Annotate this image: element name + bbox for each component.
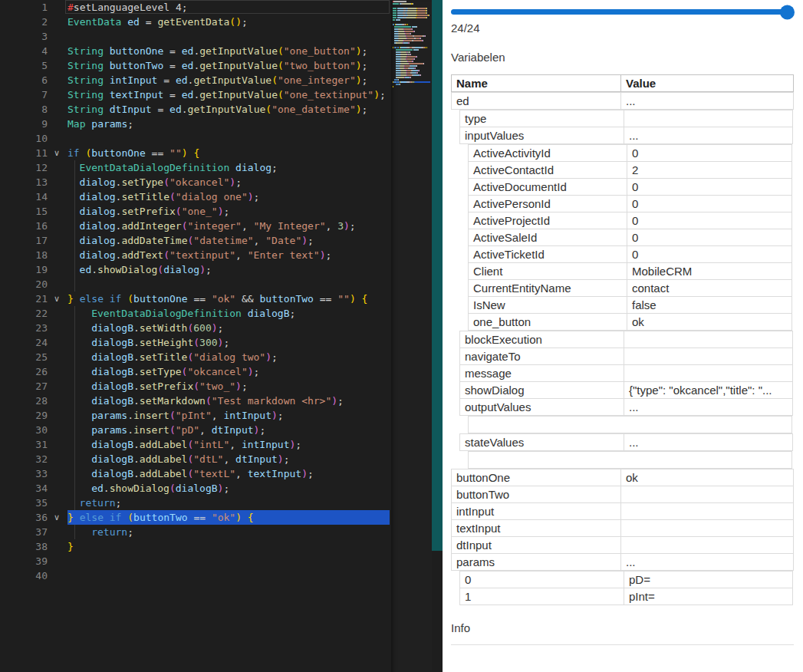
variable-name-cell: buttonOne [452, 469, 620, 486]
variable-value-cell: ... [624, 434, 792, 450]
variable-value-cell: contact [627, 280, 791, 296]
variable-name-cell: ActiveSaleId [469, 229, 627, 245]
code-line[interactable]: 38} [0, 539, 391, 554]
code-line[interactable]: 11∨if (buttonOne == "") { [0, 146, 391, 160]
code-line[interactable]: 2EventData ed = getEventData(); [0, 15, 391, 29]
code-line[interactable]: 9Map params; [0, 117, 391, 131]
code-text: } else if (buttonOne == "ok" && buttonTw… [67, 292, 367, 306]
variable-value-cell [624, 110, 792, 127]
code-text: EventData ed = getEventData(); [67, 15, 248, 29]
variable-row: CurrentEntityNamecontact [468, 279, 792, 297]
code-line[interactable]: 23dialogB.setWidth(600); [0, 321, 391, 335]
code-line[interactable]: 21∨} else if (buttonOne == "ok" && butto… [0, 292, 391, 306]
code-line[interactable]: 27dialogB.setPrefix("two_"); [0, 379, 391, 394]
minimap-line [393, 65, 430, 67]
editor-scrollbar[interactable] [432, 0, 443, 551]
code-line[interactable]: 20 [0, 277, 391, 292]
code-line[interactable]: 8String dtInput = ed.getInputValue("one_… [0, 102, 391, 117]
variable-value-cell: ok [620, 469, 793, 486]
variable-row[interactable]: stateValues... [459, 433, 793, 451]
variable-name-cell: CurrentEntityName [469, 280, 627, 296]
code-text: dialog.setPrefix("one_"); [67, 204, 229, 219]
code-line[interactable]: 35return; [0, 496, 391, 510]
minimap[interactable] [391, 0, 432, 672]
variables-table: Name Value ed...typeinputValues...Active… [451, 74, 794, 605]
line-number: 14 [0, 189, 48, 204]
variable-row[interactable]: ed... [451, 92, 794, 110]
code-line[interactable]: 22EventDataDialogDefinition dialogB; [0, 306, 391, 321]
variable-value-cell: 0 [627, 145, 791, 161]
code-line[interactable]: 19ed.showDialog(dialog); [0, 262, 391, 277]
code-line[interactable]: 15dialog.setPrefix("one_"); [0, 204, 391, 219]
code-line[interactable]: 24dialogB.setHeight(300); [0, 335, 391, 350]
variable-value-cell [624, 348, 792, 364]
variable-row: IsNewfalse [468, 296, 792, 314]
column-header-value: Value [620, 75, 793, 92]
code-line[interactable]: 30params.insert("pD", dtInput); [0, 423, 391, 437]
code-line[interactable]: 12EventDataDialogDefinition dialog; [0, 160, 391, 175]
slider-thumb[interactable] [780, 5, 795, 19]
variable-name-cell: dtInput [452, 537, 620, 553]
code-text: dialogB.setWidth(600); [67, 321, 223, 335]
fold-chevron-icon[interactable]: ∨ [54, 510, 60, 525]
code-line[interactable]: 14dialog.setTitle("dialog one"); [0, 189, 391, 204]
variable-value-cell: 0 [627, 196, 791, 212]
line-number: 32 [0, 452, 48, 466]
variable-value-cell [620, 537, 793, 553]
code-text: Map params; [67, 117, 133, 131]
variable-row: buttonTwo [451, 486, 794, 503]
variable-row[interactable]: outputValues... [459, 398, 793, 416]
code-text: String dtInput = ed.getInputValue("one_d… [67, 102, 367, 117]
code-line[interactable]: 16dialog.addInteger("integer", "My Integ… [0, 219, 391, 233]
fold-chevron-icon[interactable]: ∨ [54, 292, 60, 306]
code-line[interactable]: 4String buttonOne = ed.getInputValue("on… [0, 44, 391, 58]
line-number: 10 [0, 131, 48, 146]
code-line[interactable]: 36∨} else if (buttonTwo == "ok") { [0, 510, 391, 525]
code-line[interactable]: 32dialogB.addLabel("dtL", dtInput); [0, 452, 391, 466]
code-line[interactable]: 33dialogB.addLabel("textL", textInput); [0, 466, 391, 481]
code-line[interactable]: 37return; [0, 525, 391, 539]
line-number: 29 [0, 408, 48, 423]
variable-value-cell: ... [620, 93, 793, 109]
code-line[interactable]: 5String buttonTwo = ed.getInputValue("tw… [0, 58, 391, 73]
variable-row[interactable]: inputValues... [459, 127, 793, 144]
step-slider[interactable] [451, 9, 794, 15]
fold-chevron-icon[interactable]: ∨ [54, 146, 60, 160]
code-line[interactable]: 39 [0, 554, 391, 568]
code-line[interactable]: 13dialog.setType("okcancel"); [0, 175, 391, 189]
minimap-line [393, 8, 430, 9]
minimap-line [393, 35, 430, 37]
variable-name-cell: stateValues [460, 434, 624, 450]
code-line[interactable]: 17dialog.addDateTime("datetime", "Date")… [0, 233, 391, 248]
code-line[interactable]: 3 [0, 29, 391, 44]
variable-name-cell: ActiveContactId [469, 162, 627, 178]
code-line[interactable]: 31dialogB.addLabel("intL", intInput); [0, 437, 391, 452]
minimap-line [393, 63, 430, 64]
minimap-line [393, 91, 430, 92]
variable-row: ClientMobileCRM [468, 262, 792, 280]
code-line[interactable]: 1#setLanguageLevel 4; [0, 0, 391, 15]
code-area[interactable]: 1#setLanguageLevel 4;2EventData ed = get… [0, 0, 391, 672]
variable-value-cell: ... [620, 554, 793, 570]
variable-name-cell: intInput [452, 503, 620, 519]
minimap-line [393, 15, 430, 16]
code-line[interactable]: 40 [0, 568, 391, 583]
code-line[interactable]: 10 [0, 131, 391, 146]
minimap-line [393, 79, 430, 81]
variable-name-cell: message [460, 365, 624, 381]
code-line[interactable]: 26dialogB.setType("okcancel"); [0, 364, 391, 379]
code-line[interactable]: 25dialogB.setTitle("dialog two"); [0, 350, 391, 364]
code-text: } else if (buttonTwo == "ok") { [67, 510, 254, 525]
variable-row[interactable]: params... [451, 553, 794, 571]
variable-name-cell: ActiveTicketId [469, 246, 627, 262]
minimap-line [393, 38, 430, 39]
code-line[interactable]: 34ed.showDialog(dialogB); [0, 481, 391, 496]
code-line[interactable]: 7String textInput = ed.getInputValue("on… [0, 87, 391, 102]
code-line[interactable]: 29params.insert("pInt", intInput); [0, 408, 391, 423]
code-text: EventDataDialogDefinition dialogB; [67, 306, 295, 321]
line-number: 17 [0, 233, 48, 248]
code-line[interactable]: 28dialogB.setMarkdown("Test markdown <hr… [0, 394, 391, 408]
code-text: dialogB.setType("okcancel"); [67, 364, 259, 379]
code-line[interactable]: 6String intInput = ed.getInputValue("one… [0, 73, 391, 87]
code-line[interactable]: 18dialog.addText("textinput", "Enter tex… [0, 248, 391, 262]
